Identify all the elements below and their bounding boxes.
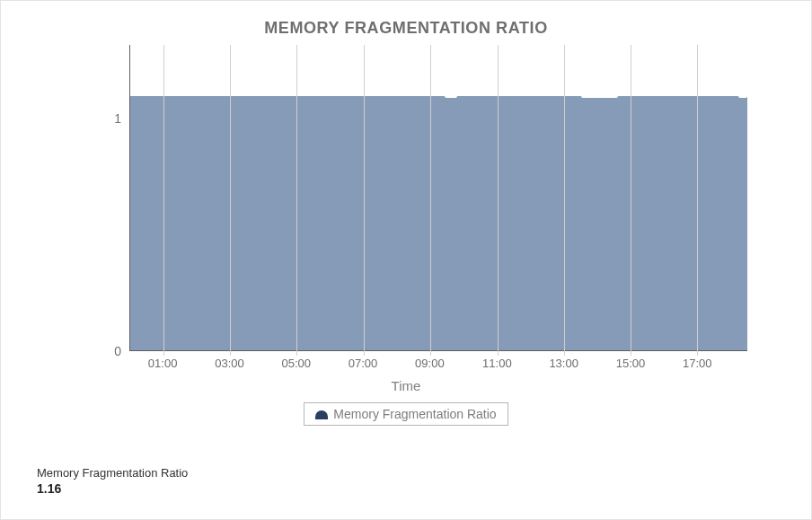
y-tick-1: 1: [114, 111, 130, 126]
x-axis-title: Time: [65, 378, 747, 393]
x-tick: 07:00: [349, 357, 378, 370]
series-dip: [581, 96, 618, 98]
x-axis-labels: 01:00 03:00 05:00 07:00 09:00 11:00 13:0…: [129, 357, 747, 376]
gridline: [364, 45, 365, 356]
x-tick: 15:00: [616, 357, 646, 370]
legend-series-label: Memory Fragmentation Ratio: [333, 407, 496, 421]
x-tick: 01:00: [148, 357, 178, 370]
gridline: [697, 45, 698, 356]
metric-readout: Memory Fragmentation Ratio 1.16: [37, 466, 188, 496]
y-tick-0: 0: [114, 344, 130, 358]
gridline: [230, 45, 231, 356]
series-area: [130, 96, 747, 350]
x-tick: 13:00: [549, 357, 578, 370]
monitoring-panel: MEMORY FRAGMENTATION RATIO 0 1 01:00: [0, 0, 812, 520]
gridline: [631, 45, 631, 356]
plot-box[interactable]: 0 1: [129, 45, 747, 351]
gridline: [498, 45, 499, 356]
metric-value: 1.16: [37, 481, 188, 496]
gridline: [430, 45, 431, 356]
x-tick: 17:00: [683, 357, 712, 370]
chart-title: MEMORY FRAGMENTATION RATIO: [1, 1, 811, 45]
gridline: [296, 45, 297, 356]
metric-label: Memory Fragmentation Ratio: [37, 466, 188, 480]
x-tick: 05:00: [281, 357, 311, 370]
x-tick: 11:00: [482, 357, 512, 370]
gridline: [163, 45, 164, 356]
gridline: [564, 45, 565, 356]
chart-area: 0 1 01:00 03:00 05:00 07:00 09:00: [65, 45, 747, 426]
chart-legend[interactable]: Memory Fragmentation Ratio: [304, 402, 508, 426]
x-tick: 03:00: [215, 357, 244, 370]
series-dip: [738, 96, 747, 98]
series-dip: [445, 96, 457, 98]
x-tick: 09:00: [415, 357, 445, 370]
legend-swatch-icon: [315, 410, 328, 419]
